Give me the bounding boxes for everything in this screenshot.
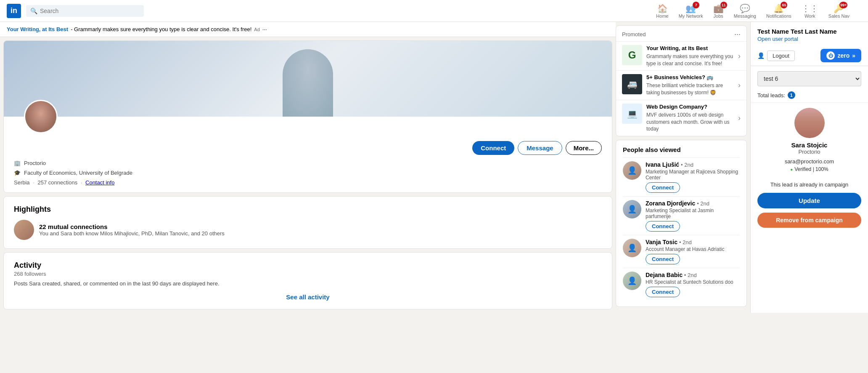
ad-banner-link[interactable]: Your Writing, at Its Best: [7, 26, 68, 32]
nav-item-notifications-label: Notifications: [766, 13, 791, 19]
education-name: Faculty of Economics, University of Belg…: [24, 170, 132, 176]
ad1-title: Your Writing, at Its Best: [646, 45, 734, 52]
ad3-title: Web Design Company?: [646, 104, 734, 111]
person1-name: Ivana Ljušić: [646, 161, 679, 168]
lead-name: Sara Stojcic: [791, 141, 828, 149]
ext-user-portal-link[interactable]: Open user portal: [757, 36, 861, 42]
campaign-select-container[interactable]: test 6 test 5 test 4 test 3: [757, 71, 861, 86]
linkedin-logo[interactable]: in: [7, 4, 21, 18]
total-leads-row: Total leads: 1: [751, 90, 868, 102]
activity-description: Posts Sara created, shared, or commented…: [14, 280, 602, 287]
nav-items: 🏠 Home 👥 7 My Network 💼 11 Jobs 💬 Mess: [651, 0, 855, 22]
lead-avatar: [794, 108, 825, 138]
nav-item-home[interactable]: 🏠 Home: [651, 0, 673, 22]
ext-header: Test Name Test Last Name Open user porta…: [751, 22, 868, 45]
person3-degree: • 2nd: [679, 239, 692, 245]
lead-company: Proctorio: [798, 149, 820, 155]
ad2-chevron-icon: ›: [738, 81, 741, 90]
profile-connections-row: Serbia · 257 connections · Contact info: [14, 178, 602, 186]
person-item-1: 👤 Ivana Ljušić • 2nd Marketing Manager a…: [623, 157, 740, 196]
remove-from-campaign-button[interactable]: Remove from campaign: [757, 213, 861, 228]
ad1-chevron-icon: ›: [738, 52, 741, 61]
ad-banner: Your Writing, at Its Best - Grammarly ma…: [0, 22, 616, 37]
zero-logo-button[interactable]: ⏻ zero »: [820, 49, 861, 62]
nav-item-sales-nav[interactable]: 🔑 99+ Sales Nav: [823, 0, 855, 22]
ext-user-name: Test Name Test Last Name: [757, 28, 861, 35]
person3-connect-button[interactable]: Connect: [646, 254, 680, 264]
activity-title: Activity: [14, 261, 602, 270]
work-icon: ⋮⋮: [802, 3, 818, 13]
ad-item-2[interactable]: 🚐 5+ Business Vehicles? 🚌 These brillian…: [616, 70, 746, 99]
verified-dot-icon: ●: [790, 167, 793, 172]
highlights-section: Highlights 22 mutual connections You and…: [3, 196, 612, 249]
zero-icon: ⏻: [826, 51, 835, 60]
messaging-icon: 💬: [740, 3, 750, 13]
update-button[interactable]: Update: [757, 193, 861, 208]
person-item-4: 👤 Dejana Babic • 2nd HR Specialist at Su…: [623, 268, 740, 301]
highlights-text: 22 mutual connections You and Sara both …: [39, 223, 225, 237]
ads-menu-button[interactable]: ···: [734, 30, 741, 39]
zero-chevron-icon: »: [852, 52, 855, 59]
nav-item-notifications[interactable]: 🔔 65 Notifications: [761, 0, 797, 22]
person2-connect-button[interactable]: Connect: [646, 221, 680, 232]
nav-item-work[interactable]: ⋮⋮ Work: [797, 0, 823, 22]
search-input[interactable]: [40, 8, 140, 14]
nav-item-jobs[interactable]: 💼 11 Jobs: [708, 0, 729, 22]
person4-info: Dejana Babic • 2nd HR Specialist at Sunt…: [646, 272, 740, 297]
person3-avatar: 👤: [623, 239, 641, 257]
person2-avatar: 👤: [623, 200, 641, 218]
person3-title: Account Manager at Havas Adriatic: [646, 246, 740, 252]
more-button[interactable]: More...: [566, 141, 602, 155]
person1-connect-button[interactable]: Connect: [646, 182, 680, 193]
ad1-text: Your Writing, at Its Best Grammarly make…: [646, 45, 734, 67]
ad3-chevron-icon: ›: [738, 114, 741, 123]
ad3-thumb: 💻: [622, 104, 642, 124]
ad2-text: 5+ Business Vehicles? 🚌 These brilliant …: [646, 74, 734, 96]
person1-info: Ivana Ljušić • 2nd Marketing Manager at …: [646, 161, 740, 193]
highlights-avatar: [14, 220, 34, 240]
notifications-badge: 65: [781, 2, 787, 8]
total-leads-badge: 1: [788, 91, 795, 99]
main-content: Your Writing, at Its Best - Grammarly ma…: [0, 22, 750, 313]
verified-label: Verified | 100%: [794, 166, 828, 172]
person2-title: Marketing Specialist at Jasmin parfumeri…: [646, 208, 740, 219]
person1-avatar: 👤: [623, 161, 641, 180]
nav-item-messaging[interactable]: 💬 Messaging: [729, 0, 761, 22]
activity-section: Activity 268 followers Posts Sara create…: [3, 252, 612, 309]
ad-banner-text: - Grammarly makes sure everything you ty…: [71, 26, 251, 32]
see-all-activity-link[interactable]: See all activity: [14, 293, 602, 301]
person2-name: Zorana Djordjevic: [646, 200, 695, 207]
person4-connect-button[interactable]: Connect: [646, 287, 680, 297]
ad2-desc: These brilliant vehicle trackers are tak…: [646, 82, 734, 96]
ad1-desc: Grammarly makes sure everything you type…: [646, 53, 734, 67]
nav-item-work-label: Work: [804, 13, 815, 19]
network-badge: 7: [693, 2, 699, 8]
avatar-image: [25, 101, 56, 132]
nav-item-sales-nav-label: Sales Nav: [828, 13, 849, 19]
top-nav: in 🔍 🏠 Home 👥 7 My Network 💼 11: [0, 0, 868, 22]
ads-card-header: Promoted ···: [616, 26, 746, 41]
logout-button[interactable]: Logout: [767, 51, 795, 61]
nav-item-my-network[interactable]: 👥 7 My Network: [674, 0, 708, 22]
jobs-badge: 11: [720, 2, 727, 8]
right-sidebar: Promoted ··· G Your Writing, at Its Best…: [616, 22, 750, 313]
ad2-thumb: 🚐: [622, 74, 642, 94]
ad-item-1[interactable]: G Your Writing, at Its Best Grammarly ma…: [616, 41, 746, 70]
profile-avatar-area: Connect Message More... 🏢 Proctorio 🎓 Fa…: [4, 117, 612, 192]
workplace-name: Proctorio: [24, 160, 46, 166]
contact-info-link[interactable]: Contact info: [85, 179, 114, 186]
user-icon: 👤: [757, 52, 765, 59]
education-icon: 🎓: [14, 170, 21, 176]
ad-item-3[interactable]: 💻 Web Design Company? MVF delivers 1000s…: [616, 100, 746, 136]
lead-email: sara@proctorio.com: [785, 158, 834, 165]
connect-button[interactable]: Connect: [472, 141, 514, 155]
mutual-connections-text: You and Sara both know Milos Mihajlovic,…: [39, 230, 225, 237]
mutual-connections-count: 22 mutual connections: [39, 223, 225, 230]
search-bar[interactable]: 🔍: [26, 5, 144, 17]
campaign-select[interactable]: test 6 test 5 test 4 test 3: [757, 71, 861, 86]
person3-name: Vanja Tosic: [646, 239, 677, 245]
in-campaign-text: This lead is already in campaign: [757, 181, 861, 188]
message-button[interactable]: Message: [518, 141, 562, 155]
ad-more-icon[interactable]: ···: [262, 26, 267, 32]
ad-label: Ad: [254, 27, 259, 32]
